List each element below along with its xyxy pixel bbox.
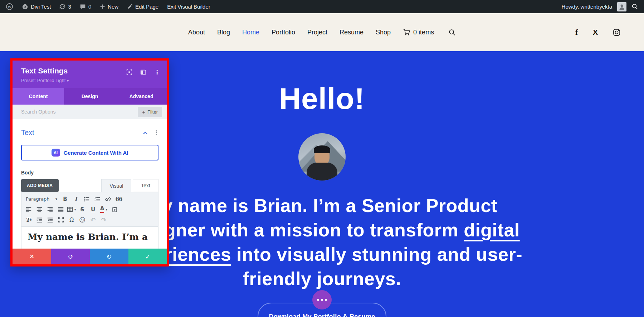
updates-count: 3 <box>68 4 71 10</box>
module-settings-dots-button[interactable] <box>312 290 332 309</box>
bold-button[interactable]: B <box>60 194 70 204</box>
plus-icon <box>100 4 105 9</box>
nav-item-project[interactable]: Project <box>307 29 327 36</box>
nav-item-about[interactable]: About <box>188 29 205 36</box>
tab-content[interactable]: Content <box>13 88 64 105</box>
person-icon <box>618 3 625 10</box>
cart-link[interactable]: 0 items <box>403 29 434 36</box>
emoji-icon[interactable]: ☺ <box>77 215 87 225</box>
clear-formatting-icon[interactable]: Tx <box>24 215 34 225</box>
profile-photo <box>298 133 346 181</box>
intro-text-after: into visually stunning and user-friendly… <box>231 244 522 289</box>
plus-icon: + <box>142 109 145 115</box>
strikethrough-button[interactable]: S <box>77 205 87 214</box>
redo-button[interactable]: ↻ <box>90 249 128 264</box>
editor-header-row: ADD MEDIA Visual Text <box>21 179 158 192</box>
blockquote-icon[interactable]: 66 <box>114 194 124 204</box>
pencil-icon <box>127 4 133 10</box>
edit-page-menu-item[interactable]: Edit Page <box>127 4 158 10</box>
collapse-chevron-up-icon[interactable] <box>143 130 148 136</box>
new-label: New <box>108 4 118 10</box>
exit-visual-builder-label: Exit Visual Builder <box>167 4 210 10</box>
dot-icon <box>317 299 319 301</box>
paragraph-style-dropdown[interactable]: Paragraph ▾ <box>24 194 59 204</box>
instagram-icon[interactable] <box>613 29 620 36</box>
comments-icon <box>80 4 86 10</box>
nav-item-shop[interactable]: Resume <box>340 29 364 36</box>
add-media-button[interactable]: ADD MEDIA <box>21 179 59 192</box>
modal-body: Text ⋮ AI Generate Content With AI Body … <box>13 119 167 249</box>
align-right-icon[interactable] <box>45 205 55 214</box>
nav-item-blog[interactable]: Blog <box>217 29 230 36</box>
tab-design[interactable]: Design <box>64 88 116 105</box>
preset-selector[interactable]: Preset: Portfolio Light ▾ <box>21 78 158 83</box>
modal-more-options-icon[interactable]: ⋮ <box>154 69 160 75</box>
site-menu-item[interactable]: Divi Test <box>22 4 51 10</box>
svg-text:W: W <box>8 5 11 9</box>
site-icon <box>22 4 28 10</box>
nav-item-home[interactable]: Home <box>242 29 259 36</box>
social-links: f X <box>575 13 620 51</box>
nav-item-portfolio[interactable]: Portfolio <box>272 29 295 36</box>
facebook-icon[interactable]: f <box>575 28 578 37</box>
link-icon[interactable] <box>103 194 113 204</box>
redo-icon[interactable]: ↷ <box>99 215 109 225</box>
updates-icon <box>59 4 65 10</box>
filter-button[interactable]: +Filter <box>138 107 162 117</box>
fullscreen-icon[interactable] <box>56 215 66 225</box>
cart-icon <box>403 29 410 36</box>
x-twitter-icon[interactable]: X <box>593 28 598 37</box>
header-search-icon[interactable] <box>448 29 456 36</box>
dropdown-caret-icon: ▾ <box>55 197 57 201</box>
wordpress-logo-icon[interactable]: W <box>6 3 13 10</box>
justify-icon[interactable] <box>56 205 66 214</box>
text-section-title: Text <box>21 129 143 137</box>
paste-as-text-icon[interactable] <box>109 205 119 214</box>
special-character-icon[interactable]: Ω <box>67 215 77 225</box>
layout-columns-icon[interactable] <box>140 69 146 75</box>
howdy-label: Howdy, writtenbyekta <box>562 4 612 10</box>
preset-caret-icon: ▾ <box>67 79 69 83</box>
avatar[interactable] <box>617 2 626 11</box>
site-header: About Blog Home Portfolio Project Resume… <box>0 13 644 51</box>
text-settings-modal[interactable]: Text Settings Preset: Portfolio Light ▾ … <box>10 58 169 266</box>
align-left-icon[interactable] <box>24 205 34 214</box>
table-dropdown-icon[interactable]: ▾ <box>67 205 77 214</box>
comments-menu-item[interactable]: 0 <box>80 4 91 10</box>
exit-visual-builder-item[interactable]: Exit Visual Builder <box>167 4 210 10</box>
account-menu-item[interactable]: Howdy, writtenbyekta <box>562 4 612 10</box>
numbered-list-icon[interactable] <box>92 194 102 204</box>
text-section-options-icon[interactable]: ⋮ <box>153 130 159 136</box>
search-options-input[interactable] <box>21 109 138 115</box>
updates-menu-item[interactable]: 3 <box>59 4 71 10</box>
save-button[interactable]: ✓ <box>128 249 167 264</box>
modal-header[interactable]: Text Settings Preset: Portfolio Light ▾ … <box>13 61 167 88</box>
editor-tab-text[interactable]: Text <box>133 179 158 192</box>
new-menu-item[interactable]: New <box>100 4 118 10</box>
editor-tab-visual[interactable]: Visual <box>101 179 131 192</box>
search-options-row: +Filter <box>13 105 167 119</box>
underline-button[interactable]: U <box>88 205 98 214</box>
page: W Divi Test 3 0 New Edit Page <box>0 0 644 317</box>
nav-item-shop2[interactable]: Shop <box>376 29 391 36</box>
undo-icon[interactable]: ↶ <box>88 215 98 225</box>
discard-button[interactable]: ✕ <box>13 249 51 264</box>
editor-content-area[interactable]: My name is Brian. I’m a <box>21 227 158 249</box>
hero-intro-paragraph: My name is Brian. I’m a Senior Product D… <box>106 193 538 291</box>
adminbar-search-icon[interactable] <box>631 3 638 10</box>
dot-icon <box>325 299 327 301</box>
generate-content-ai-button[interactable]: AI Generate Content With AI <box>21 145 158 160</box>
modal-tabs: Content Design Advanced <box>13 88 167 105</box>
undo-button[interactable]: ↺ <box>51 249 90 264</box>
modal-footer: ✕ ↺ ↻ ✓ <box>13 249 167 264</box>
align-center-icon[interactable] <box>34 205 44 214</box>
indent-icon[interactable] <box>45 215 55 225</box>
focus-mode-icon[interactable] <box>126 69 132 75</box>
outdent-icon[interactable] <box>34 215 44 225</box>
italic-button[interactable]: I <box>71 194 81 204</box>
editor-text[interactable]: My name is Brian. I’m a <box>28 232 152 242</box>
bullet-list-icon[interactable] <box>82 194 92 204</box>
text-color-dropdown[interactable]: A ▾ <box>99 205 109 214</box>
ai-badge-icon: AI <box>52 149 60 157</box>
tab-advanced[interactable]: Advanced <box>116 88 167 105</box>
